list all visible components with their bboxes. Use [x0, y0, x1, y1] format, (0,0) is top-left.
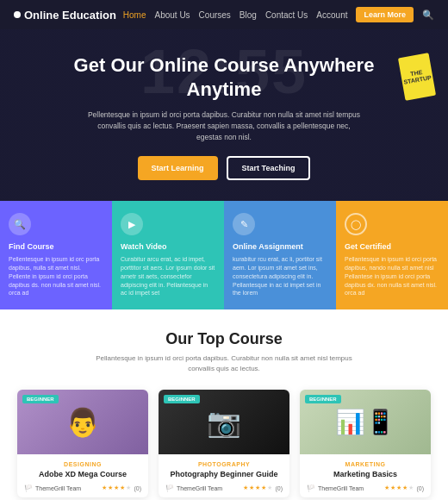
course-card-2-team: 🏳️ ThemeGrill Team — [307, 484, 364, 492]
star-1: ★ — [243, 484, 248, 491]
star-1: ★ — [102, 484, 107, 491]
feature-get-certified-desc: Pellantesque in ipsum id orci porta dapi… — [345, 255, 439, 297]
brand-logo[interactable]: Online Education — [14, 9, 116, 22]
course-card-0-reviews: (0) — [134, 485, 141, 491]
hero-buttons: Start Learning Start Teaching — [138, 156, 311, 180]
star-4: ★ — [261, 484, 266, 491]
course-card-1-stars: ★ ★ ★ ★ ★ (0) — [243, 484, 283, 491]
course-card-2-reviews: (0) — [416, 485, 424, 491]
course-card-0-stars: ★ ★ ★ ★ ★ (0) — [102, 484, 141, 491]
course-card-0-flag: 🏳️ — [24, 484, 33, 492]
course-card-2-title: Marketing Basics — [307, 470, 424, 480]
course-card-0-team: 🏳️ ThemeGrill Team — [24, 484, 81, 492]
course-card-2-flag: 🏳️ — [307, 484, 315, 492]
course-card-0[interactable]: 👨 Beginner Designing Adobe XD Mega Cours… — [17, 390, 148, 497]
course-card-0-image: 👨 Beginner — [17, 390, 148, 454]
star-2: ★ — [108, 484, 113, 491]
course-card-2-badge: Beginner — [305, 395, 341, 403]
logo-dot — [14, 11, 21, 18]
search-icon[interactable]: 🔍 — [422, 9, 434, 21]
hero-description: Pellentesque in ipsum id orci porta dapi… — [86, 109, 362, 142]
course-card-2[interactable]: 📊📱 Beginner Marketing Marketing Basics 🏳… — [300, 390, 431, 497]
course-card-1-badge: Beginner — [164, 395, 200, 403]
course-card-2-image: 📊📱 Beginner — [300, 390, 431, 454]
find-course-icon: 🔍 — [9, 213, 31, 235]
star-1: ★ — [384, 484, 389, 491]
hero-heading: Get Our Online Course Anywhere Anytime — [34, 53, 414, 101]
star-5: ★ — [126, 484, 131, 491]
nav-account[interactable]: Account — [316, 10, 347, 20]
star-4: ★ — [402, 484, 408, 491]
feature-find-course-desc: Pellentesque in ipsum id orc porta dapib… — [9, 255, 103, 297]
feature-get-certified-title: Get Certified — [345, 242, 439, 251]
course-card-1-image: 📷 Beginner — [159, 390, 289, 454]
feature-online-assignment-desc: kurabitur rcu erat, ac li, portitor sit … — [233, 255, 327, 297]
course-card-0-footer: 🏳️ ThemeGrill Team ★ ★ ★ ★ ★ (0) — [24, 484, 141, 492]
course-card-1-body: Photography Photography Beginner Guide 🏳… — [159, 454, 289, 497]
course-card-2-team-name: ThemeGrill Team — [318, 485, 364, 491]
feature-watch-video: ▶ Watch Video Curabitur arcu erat, ac id… — [112, 201, 224, 309]
nav-home[interactable]: Home — [123, 10, 146, 20]
nav-contact[interactable]: Contact Us — [265, 10, 308, 20]
watch-video-icon: ▶ — [121, 213, 143, 235]
hero-section: 12:55 THESTARTUP Get Our Online Course A… — [0, 29, 448, 201]
course-card-0-team-name: ThemeGrill Team — [35, 485, 81, 491]
nav-links: Home About Us Courses Blog Contact Us Ac… — [123, 7, 434, 22]
course-card-0-body: Designing Adobe XD Mega Course 🏳️ ThemeG… — [17, 454, 148, 497]
star-5: ★ — [408, 484, 414, 491]
course-card-2-footer: 🏳️ ThemeGrill Team ★ ★ ★ ★ ★ (0) — [307, 484, 424, 492]
feature-online-assignment: ✎ Online Assignment kurabitur rcu erat, … — [224, 201, 336, 309]
nav-courses[interactable]: Courses — [199, 10, 231, 20]
star-3: ★ — [255, 484, 260, 491]
get-certified-icon: ◯ — [345, 213, 367, 235]
feature-watch-video-desc: Curabitur arcu erat, ac id impet, portti… — [121, 255, 215, 297]
course-card-1[interactable]: 📷 Beginner Photography Photography Begin… — [159, 390, 289, 497]
feature-get-certified: ◯ Get Certified Pellantesque in ipsum id… — [336, 201, 448, 309]
nav-about[interactable]: About Us — [154, 10, 190, 20]
course-card-2-body: Marketing Marketing Basics 🏳️ ThemeGrill… — [300, 454, 431, 497]
features-section: 🔍 Find Course Pellentesque in ipsum id o… — [0, 201, 448, 309]
course-card-2-category: Marketing — [307, 461, 424, 467]
course-card-1-category: Photography — [165, 461, 283, 467]
star-2: ★ — [390, 484, 395, 491]
course-card-0-title: Adobe XD Mega Course — [24, 470, 141, 480]
star-3: ★ — [114, 484, 119, 491]
online-assignment-icon: ✎ — [233, 213, 255, 235]
course-card-1-team: 🏳️ ThemeGrill Team — [165, 484, 222, 492]
brand-name: Online Education — [24, 9, 116, 22]
course-card-0-category: Designing — [24, 461, 141, 467]
top-course-heading: Our Top Course — [17, 330, 431, 348]
star-3: ★ — [396, 484, 401, 491]
course-cards-grid: 👨 Beginner Designing Adobe XD Mega Cours… — [17, 390, 431, 497]
learn-more-button[interactable]: Learn More — [356, 7, 414, 22]
top-course-section: Our Top Course Pellantesque in ipsum id … — [0, 309, 448, 500]
start-teaching-button[interactable]: Start Teaching — [227, 156, 311, 180]
course-card-1-team-name: ThemeGrill Team — [177, 485, 222, 491]
feature-online-assignment-title: Online Assignment — [233, 242, 327, 251]
star-2: ★ — [249, 484, 254, 491]
nav-blog[interactable]: Blog — [240, 10, 257, 20]
course-card-2-stars: ★ ★ ★ ★ ★ (0) — [384, 484, 424, 491]
course-card-1-title: Photography Beginner Guide — [165, 470, 283, 480]
course-card-1-reviews: (0) — [275, 485, 283, 491]
feature-find-course: 🔍 Find Course Pellentesque in ipsum id o… — [0, 201, 112, 309]
course-card-0-badge: Beginner — [22, 395, 59, 403]
feature-find-course-title: Find Course — [9, 242, 103, 251]
feature-watch-video-title: Watch Video — [121, 242, 215, 251]
course-card-1-footer: 🏳️ ThemeGrill Team ★ ★ ★ ★ ★ (0) — [165, 484, 283, 492]
star-4: ★ — [120, 484, 125, 491]
start-learning-button[interactable]: Start Learning — [138, 156, 218, 180]
course-card-1-flag: 🏳️ — [165, 484, 174, 492]
top-course-subtitle: Pellantesque in ipsum id orci porta dapi… — [95, 353, 353, 374]
star-5: ★ — [267, 484, 272, 491]
navbar: Online Education Home About Us Courses B… — [0, 0, 448, 29]
